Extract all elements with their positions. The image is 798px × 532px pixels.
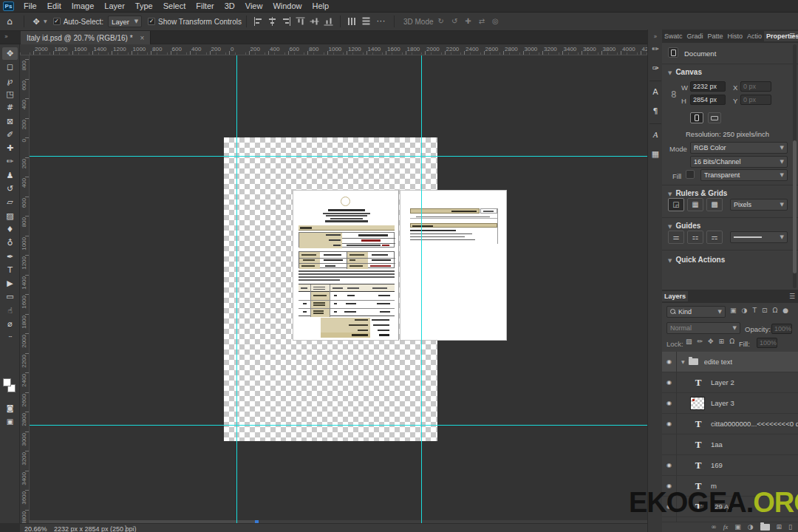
zoom-tool[interactable]: ⌀ (2, 318, 18, 330)
distribute-horizontal-icon[interactable] (347, 17, 357, 26)
properties-scrollbar[interactable] (793, 44, 797, 288)
layer-name[interactable]: Layer 2 (711, 378, 734, 386)
menu-item-layer[interactable]: Layer (99, 1, 130, 10)
filter-shape-layers-icon[interactable]: ⊡ (762, 307, 768, 314)
layer-visibility-toggle[interactable]: ◉ (662, 352, 677, 372)
toggle-grid-icon[interactable]: ▦ (687, 198, 703, 211)
align-bottom-edges-icon[interactable] (324, 17, 332, 27)
toggle-rulers-icon[interactable]: ◲ (668, 198, 684, 211)
layer-row[interactable]: ◉T169 (662, 455, 798, 476)
canvas-width-field[interactable]: 2232 px (690, 81, 726, 92)
auto-select-checkbox[interactable]: ✓ (53, 18, 61, 25)
rulers-grids-section-header[interactable]: ▼Rulers & Grids (668, 189, 727, 197)
crop-tool[interactable]: # (2, 101, 18, 114)
tab-patte[interactable]: Patte (706, 31, 726, 41)
guide-vertical-1[interactable] (236, 55, 237, 523)
toggle-snap-icon[interactable]: ▩ (706, 198, 723, 211)
ruler-units-dropdown[interactable]: Pixels▼ (730, 199, 788, 211)
vertical-ruler[interactable]: 8006004002000200400600800100012001400160… (20, 55, 30, 523)
layer-name[interactable]: 169 (711, 461, 723, 469)
guide-style-dropdown[interactable]: ▼ (730, 231, 788, 243)
tab-swatc[interactable]: Swatc (662, 31, 685, 41)
guide-vertical-2[interactable] (421, 55, 422, 523)
eyedropper-tool[interactable]: ✐ (2, 129, 18, 141)
glyphs-panel-icon[interactable]: A (648, 127, 663, 142)
move-tool-icon[interactable]: ✥ (29, 18, 44, 26)
layer-mask-icon[interactable]: ▣ (734, 524, 741, 531)
menu-item-window[interactable]: Window (267, 1, 307, 10)
bit-depth-dropdown[interactable]: 16 Bits/Channel▼ (690, 156, 788, 168)
lock-position-icon[interactable]: ✥ (708, 338, 714, 345)
link-dimensions-icon[interactable]: 8 (671, 90, 677, 99)
align-horizontal-centers-icon[interactable] (267, 17, 277, 26)
layer-filter-kind-dropdown[interactable]: Kind▼ (666, 306, 726, 318)
clone-stamp-tool[interactable]: ♟ (2, 169, 18, 182)
layer-row[interactable]: ◉Layer 3 (662, 393, 798, 414)
move-tool[interactable]: ✥ (2, 47, 18, 60)
filter-pixel-layers-icon[interactable]: ▣ (730, 307, 737, 314)
menu-item-help[interactable]: Help (307, 1, 335, 10)
quick-actions-section-header[interactable]: ▼Quick Actions (668, 256, 725, 264)
lock-guides-icon[interactable]: ⚏ (687, 231, 703, 244)
menu-item-type[interactable]: Type (130, 1, 158, 10)
opacity-field[interactable]: 100% (771, 324, 792, 334)
layer-visibility-toggle[interactable]: ◉ (662, 372, 677, 392)
menu-item-view[interactable]: View (240, 1, 268, 10)
toggle-guides-icon[interactable]: ⚌ (668, 231, 684, 244)
brush-tool[interactable]: ✏ (2, 155, 18, 168)
show-transform-checkbox[interactable]: ✓ (148, 18, 155, 25)
paragraph-panel-icon[interactable]: ¶ (648, 103, 663, 118)
align-top-edges-icon[interactable] (296, 17, 304, 27)
layer-visibility-toggle[interactable]: ◉ (662, 393, 677, 413)
clear-guides-icon[interactable]: ⚎ (706, 231, 723, 244)
edit-toolbar-icon[interactable]: ··· (2, 331, 18, 344)
color-mode-dropdown[interactable]: RGB Color▼ (690, 142, 788, 154)
dodge-tool[interactable]: ♁ (2, 236, 18, 249)
close-tab-icon[interactable]: × (140, 34, 145, 42)
type-tool[interactable]: T (2, 264, 18, 276)
layer-visibility-toggle[interactable]: ◉ (662, 414, 677, 434)
layer-name[interactable]: Layer 3 (711, 399, 734, 407)
foreground-color-swatch[interactable] (3, 378, 11, 386)
3d-orbit-icon[interactable]: ↻ (438, 18, 444, 25)
layer-name[interactable]: citta0000000...<<<<<<<<0 d (711, 420, 798, 428)
status-arrow-icon[interactable]: ❭ (123, 525, 129, 531)
new-layer-icon[interactable]: ⊞ (777, 524, 782, 531)
toolbar-collapse-icon[interactable]: » (4, 34, 8, 40)
menu-item-image[interactable]: Image (66, 1, 100, 10)
auto-select-dropdown[interactable]: Layer▼ (108, 16, 142, 27)
tab-gradi[interactable]: Gradi (685, 31, 706, 41)
layer-row[interactable]: ◉Tcitta0000000...<<<<<<<<0 d (662, 414, 798, 434)
brush-settings-panel-icon[interactable]: ✏ (648, 41, 663, 56)
distribute-vertical-icon[interactable] (361, 17, 370, 27)
healing-brush-tool[interactable]: ✚ (2, 142, 18, 154)
libraries-panel-icon[interactable]: ▦ (648, 146, 663, 161)
canvas-height-field[interactable]: 2854 px (690, 95, 726, 105)
3d-camera-icon[interactable]: ◎ (492, 18, 499, 25)
menu-item-3d[interactable]: 3D (219, 1, 240, 10)
history-brush-tool[interactable]: ↺ (2, 183, 18, 195)
lock-paint-icon[interactable]: ✏ (698, 338, 703, 345)
fill-dropdown[interactable]: Transparent▼ (700, 169, 788, 181)
3d-roll-icon[interactable]: ↺ (451, 18, 457, 25)
pen-tool[interactable]: ✒ (2, 250, 18, 263)
new-group-icon[interactable] (760, 524, 770, 531)
menu-item-file[interactable]: File (18, 1, 42, 10)
path-selection-tool[interactable]: ▶ (2, 277, 18, 290)
filter-toggle-icon[interactable]: ● (782, 307, 788, 314)
frame-tool[interactable]: ⊠ (2, 115, 18, 128)
panel-menu-icon[interactable]: ☰ (789, 33, 795, 40)
blend-mode-dropdown[interactable]: Normal▼ (666, 322, 740, 334)
layer-name[interactable]: 1aa (711, 440, 723, 449)
rectangle-tool[interactable]: ▭ (2, 290, 18, 303)
color-swatches[interactable] (0, 378, 20, 396)
canvas-section-header[interactable]: ▼Canvas (668, 68, 702, 76)
gradient-tool[interactable]: ▨ (2, 210, 18, 222)
character-panel-icon[interactable]: A (648, 84, 663, 99)
tab-histo[interactable]: Histo (726, 31, 746, 41)
hand-tool[interactable]: ☝ (2, 304, 18, 317)
eraser-tool[interactable]: ▱ (2, 196, 18, 208)
layer-thumbnail[interactable] (690, 397, 705, 410)
zoom-level[interactable]: 20.66% (24, 525, 47, 532)
rectangular-marquee-tool[interactable]: ◻ (2, 61, 18, 73)
